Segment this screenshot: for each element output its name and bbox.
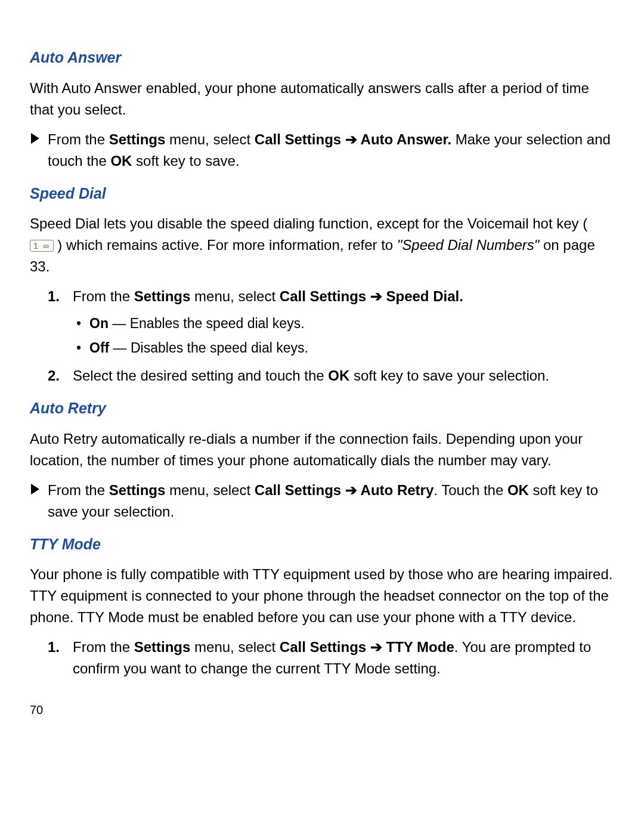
option-off: • Off — Disables the speed dial keys. [86,338,614,358]
opt-desc: Enables the speed dial keys. [130,316,305,331]
auto-retry-step: From the Settings menu, select Call Sett… [45,480,614,523]
opt-label: Off [89,340,109,356]
bullet-dot-icon: • [76,313,81,334]
step-number: 2. [48,365,60,387]
text: soft key to save your selection. [349,367,549,384]
text: Select the desired setting and touch the [73,367,328,384]
text: . Touch the [434,482,507,498]
kw-call-settings: Call Settings [255,131,341,147]
kw-ok: OK [328,367,349,384]
kw-tty-mode: TTY Mode [386,639,454,655]
arrow-icon: ➔ [341,482,360,498]
text: Speed Dial lets you disable the speed di… [30,215,587,231]
text: From the [48,482,109,498]
bullet-dot-icon: • [76,338,81,358]
text: soft key to save. [132,153,239,169]
speed-dial-step-1: 1. From the Settings menu, select Call S… [73,286,614,358]
key-1-icon: 1 ∞ [30,240,54,252]
kw-settings: Settings [134,288,191,304]
opt-desc: Disables the speed dial keys. [131,340,308,356]
speed-dial-intro: Speed Dial lets you disable the speed di… [30,213,614,277]
arrow-icon: ➔ [341,131,360,147]
kw-ok: OK [110,153,132,169]
tty-mode-intro: Your phone is fully compatible with TTY … [30,564,614,628]
heading-speed-dial: Speed Dial [30,183,614,205]
kw-settings: Settings [109,482,166,498]
kw-settings: Settings [109,131,166,147]
dash: — [109,316,130,331]
triangle-bullet-icon [31,484,39,494]
arrow-icon: ➔ [366,288,386,304]
text: From the [73,639,134,655]
auto-answer-step: From the Settings menu, select Call Sett… [45,129,614,172]
kw-call-settings: Call Settings [255,482,341,498]
text: From the [73,288,134,304]
text: menu, select [190,639,279,655]
auto-retry-intro: Auto Retry automatically re-dials a numb… [30,428,614,471]
auto-answer-intro: With Auto Answer enabled, your phone aut… [30,78,614,120]
heading-auto-retry: Auto Retry [30,397,614,420]
kw-auto-retry: Auto Retry [361,482,434,498]
kw-call-settings: Call Settings [280,639,366,655]
text: menu, select [165,131,254,147]
text: menu, select [165,482,254,498]
heading-auto-answer: Auto Answer [30,47,614,69]
text: ) which remains active. For more informa… [54,237,397,253]
step-number: 1. [48,286,60,307]
page-number: 70 [30,701,614,719]
tty-mode-step-1: 1. From the Settings menu, select Call S… [73,636,614,679]
kw-ok: OK [507,482,529,498]
kw-speed-dial: Speed Dial. [386,288,463,304]
speed-dial-step-2: 2. Select the desired setting and touch … [73,365,614,387]
opt-label: On [89,316,109,331]
heading-tty-mode: TTY Mode [30,533,614,556]
dash: — [109,340,131,356]
step-number: 1. [48,636,60,658]
triangle-bullet-icon [31,133,39,144]
text: menu, select [190,288,279,304]
kw-auto-answer: Auto Answer. [361,131,451,147]
option-on: • On — Enables the speed dial keys. [86,313,614,334]
cross-ref: "Speed Dial Numbers" [397,237,539,253]
text: From the [48,131,109,147]
kw-call-settings: Call Settings [280,288,366,304]
kw-settings: Settings [134,639,191,655]
arrow-icon: ➔ [366,639,386,655]
